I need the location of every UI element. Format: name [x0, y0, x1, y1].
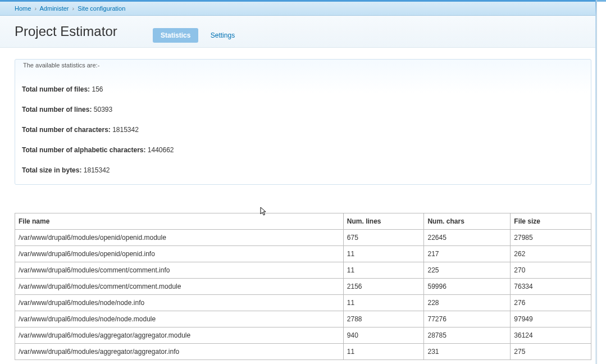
page-title: Project Estimator	[15, 24, 117, 39]
stat-label: Total number of lines:	[22, 106, 94, 113]
cell-size: 27985	[511, 230, 591, 246]
cell-name: /var/www/drupal6/modules/node/node.info	[15, 295, 344, 311]
table-row: /var/www/drupal6/modules/node/node.info1…	[15, 295, 591, 311]
stat-label: Total number of alphabetic characters:	[22, 146, 148, 154]
cell-lines: 11	[343, 344, 424, 360]
cell-lines: 11	[343, 246, 424, 262]
stat-lines: Total number of lines: 50393	[22, 106, 584, 113]
tab-statistics[interactable]: Statistics	[153, 28, 198, 43]
header: Project Estimator Statistics Settings	[0, 16, 606, 48]
stat-bytes: Total size in bytes: 1815342	[22, 166, 584, 174]
cell-chars: 217	[424, 246, 511, 262]
cell-chars: 228	[424, 295, 511, 311]
table-row: /var/www/drupal6/modules/aggregator/aggr…	[15, 344, 591, 360]
cell-name: /var/www/drupal6/modules/aggregator/aggr…	[15, 327, 344, 344]
stat-label: Total number of characters:	[22, 126, 112, 134]
breadcrumb-sep: ›	[34, 5, 37, 12]
cell-chars: 22645	[424, 230, 511, 246]
cell-name: /var/www/drupal6/modules/comment/comment…	[15, 262, 344, 279]
cell-size: 97949	[511, 311, 591, 327]
table-row: /var/www/drupal6/modules/openid/openid.m…	[15, 230, 591, 246]
col-header-chars[interactable]: Num. chars	[424, 213, 511, 230]
cell-name: /var/www/drupal6/modules/openid/openid.m…	[15, 230, 344, 246]
stat-value: 156	[92, 85, 103, 93]
cell-chars: 59996	[424, 279, 511, 295]
cell-name: /var/www/drupal6/modules/comment/comment…	[15, 279, 344, 295]
cell-lines: 2156	[343, 279, 424, 295]
tabs: Statistics Settings	[153, 28, 245, 43]
cell-size: 36124	[511, 327, 591, 344]
breadcrumb-sep: ›	[72, 5, 75, 12]
cell-size: 262	[511, 246, 591, 262]
stat-label: Total number of files:	[22, 85, 92, 93]
col-header-lines[interactable]: Num. lines	[343, 213, 424, 230]
table-row: /var/www/drupal6/modules/openid/openid.i…	[15, 246, 591, 262]
files-table: File name Num. lines Num. chars File siz…	[15, 213, 591, 360]
table-row: /var/www/drupal6/modules/node/node.modul…	[15, 311, 591, 327]
breadcrumb-link-site-configuration[interactable]: Site configuration	[78, 5, 125, 12]
cell-size: 275	[511, 344, 591, 360]
table-row: /var/www/drupal6/modules/aggregator/aggr…	[15, 327, 591, 344]
cell-lines: 940	[343, 327, 424, 344]
cell-size: 276	[511, 295, 591, 311]
stats-fieldset: The available statistics are:- Total num…	[15, 59, 591, 185]
cell-chars: 28785	[424, 327, 511, 344]
stat-value: 1815342	[112, 126, 139, 134]
col-header-size[interactable]: File size	[511, 213, 591, 230]
cell-name: /var/www/drupal6/modules/openid/openid.i…	[15, 246, 344, 262]
content-area: The available statistics are:- Total num…	[0, 48, 606, 364]
stat-chars: Total number of characters: 1815342	[22, 126, 584, 134]
stat-alpha: Total number of alphabetic characters: 1…	[22, 146, 584, 154]
stat-files: Total number of files: 156	[22, 85, 584, 93]
stat-value: 1815342	[84, 166, 110, 174]
breadcrumb-link-home[interactable]: Home	[15, 5, 31, 12]
table-row: /var/www/drupal6/modules/comment/comment…	[15, 262, 591, 279]
table-row: /var/www/drupal6/modules/comment/comment…	[15, 279, 591, 295]
cell-lines: 11	[343, 262, 424, 279]
stat-label: Total size in bytes:	[22, 166, 84, 174]
col-header-filename[interactable]: File name	[15, 213, 344, 230]
tab-settings[interactable]: Settings	[203, 28, 243, 43]
right-edge	[596, 0, 606, 364]
fieldset-legend: The available statistics are:-	[22, 58, 584, 72]
cell-lines: 11	[343, 295, 424, 311]
cell-chars: 231	[424, 344, 511, 360]
breadcrumb-link-administer[interactable]: Administer	[40, 5, 69, 12]
cell-name: /var/www/drupal6/modules/node/node.modul…	[15, 311, 344, 327]
stat-value: 1440662	[148, 146, 174, 154]
cell-size: 76334	[511, 279, 591, 295]
stat-value: 50393	[94, 106, 112, 113]
cell-chars: 225	[424, 262, 511, 279]
breadcrumb: Home › Administer › Site configuration	[0, 2, 606, 16]
cell-name: /var/www/drupal6/modules/aggregator/aggr…	[15, 344, 344, 360]
cell-lines: 675	[343, 230, 424, 246]
table-header-row: File name Num. lines Num. chars File siz…	[15, 213, 591, 230]
cell-lines: 2788	[343, 311, 424, 327]
cell-chars: 77276	[424, 311, 511, 327]
cell-size: 270	[511, 262, 591, 279]
